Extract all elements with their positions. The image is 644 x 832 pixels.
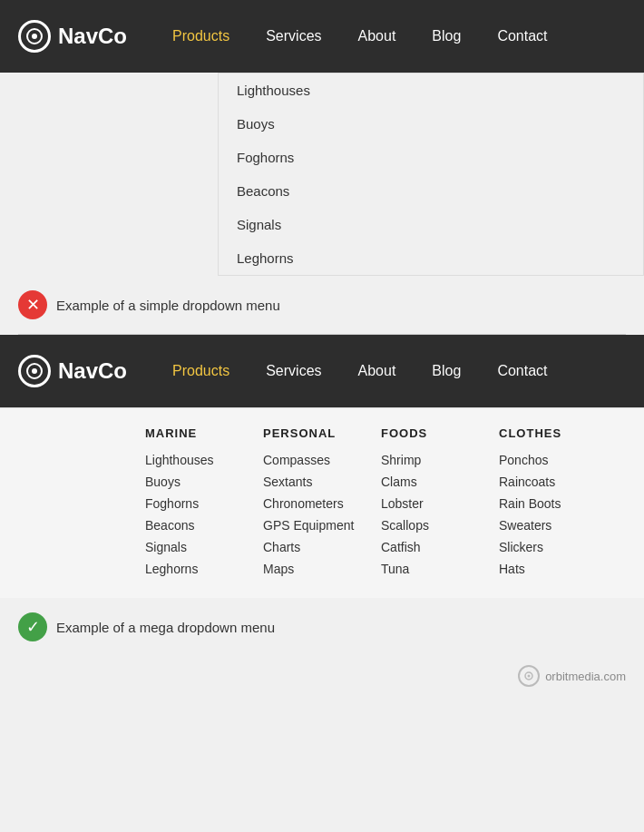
example2-section: NavCo Products Services About Blog Conta…	[0, 335, 644, 656]
nav-item-contact-2[interactable]: Contact	[479, 335, 565, 407]
mega-col-item[interactable]: Foghorns	[145, 493, 254, 514]
mega-col-item[interactable]: GPS Equipment	[263, 514, 372, 536]
mega-col-item[interactable]: Sextants	[263, 471, 372, 493]
nav-item-blog-1[interactable]: Blog	[414, 0, 479, 73]
simple-dropdown: LighthousesBuoysFoghornsBeaconsSignalsLe…	[218, 73, 644, 276]
brand-name-2: NavCo	[58, 358, 127, 384]
svg-point-3	[32, 368, 37, 374]
navbar-2: NavCo Products Services About Blog Conta…	[0, 335, 644, 407]
mega-col-item[interactable]: Signals	[145, 536, 254, 558]
nav-link-blog-2[interactable]: Blog	[414, 335, 479, 407]
dropdown-item[interactable]: Foghorns	[219, 141, 643, 174]
mega-col-item[interactable]: Lobster	[381, 493, 490, 514]
brand-icon-1	[18, 20, 51, 53]
nav-item-blog-2[interactable]: Blog	[414, 335, 479, 407]
mega-col-item[interactable]: Beacons	[145, 514, 254, 536]
mega-col: MARINELighthousesBuoysFoghornsBeaconsSig…	[145, 426, 254, 580]
example2-text: Example of a mega dropdown menu	[56, 620, 275, 635]
dropdown-item[interactable]: Lighthouses	[219, 73, 643, 107]
mega-grid: MARINELighthousesBuoysFoghornsBeaconsSig…	[145, 426, 608, 580]
nav-link-products-1[interactable]: Products	[154, 0, 248, 73]
mega-col-item[interactable]: Buoys	[145, 471, 254, 493]
mega-col-item[interactable]: Leghorns	[145, 558, 254, 580]
mega-col-item[interactable]: Lighthouses	[145, 449, 254, 471]
mega-col: CLOTHESPonchosRaincoatsRain BootsSweater…	[499, 426, 608, 580]
nav-list-2: Products Services About Blog Contact	[154, 335, 565, 407]
mega-col-item[interactable]: Slickers	[499, 536, 608, 558]
svg-point-5	[528, 675, 531, 678]
example2-label: ✓ Example of a mega dropdown menu	[0, 598, 644, 656]
mega-col-header: FOODS	[381, 426, 490, 440]
nav-link-contact-2[interactable]: Contact	[479, 335, 565, 407]
mega-col-item[interactable]: Scallops	[381, 514, 490, 536]
mega-col-item[interactable]: Sweaters	[499, 514, 608, 536]
footer-attribution: orbitmedia.com	[0, 656, 644, 696]
footer-text: orbitmedia.com	[545, 670, 626, 683]
nav-item-products-2[interactable]: Products	[154, 335, 248, 407]
brand-icon-2	[18, 355, 51, 387]
example1-section: NavCo Products Services About Blog Conta…	[0, 0, 644, 334]
mega-col-item[interactable]: Ponchos	[499, 449, 608, 471]
svg-point-1	[32, 34, 37, 39]
nav-link-about-1[interactable]: About	[340, 0, 415, 73]
mega-col-item[interactable]: Chronometers	[263, 493, 372, 514]
dropdown-item[interactable]: Signals	[219, 208, 643, 241]
nav-item-contact-1[interactable]: Contact	[479, 0, 565, 73]
nav-item-about-1[interactable]: About	[340, 0, 415, 73]
nav-link-services-1[interactable]: Services	[248, 0, 339, 73]
navbar-1: NavCo Products Services About Blog Conta…	[0, 0, 644, 73]
nav-link-services-2[interactable]: Services	[248, 335, 339, 407]
mega-col-item[interactable]: Maps	[263, 558, 372, 580]
brand-1[interactable]: NavCo	[18, 20, 127, 53]
nav-item-products-1[interactable]: Products	[154, 0, 248, 73]
nav-item-services-2[interactable]: Services	[248, 335, 339, 407]
mega-col-item[interactable]: Catfish	[381, 536, 490, 558]
mega-col: FOODSShrimpClamsLobsterScallopsCatfishTu…	[381, 426, 490, 580]
good-icon: ✓	[18, 612, 47, 641]
mega-col-header: MARINE	[145, 426, 254, 440]
dropdown-item[interactable]: Leghorns	[219, 241, 643, 275]
mega-col-item[interactable]: Clams	[381, 471, 490, 493]
mega-col-item[interactable]: Rain Boots	[499, 493, 608, 514]
mega-dropdown: MARINELighthousesBuoysFoghornsBeaconsSig…	[0, 407, 644, 598]
mega-col-item[interactable]: Shrimp	[381, 449, 490, 471]
nav-item-about-2[interactable]: About	[340, 335, 415, 407]
bad-icon: ✕	[18, 290, 47, 319]
brand-name-1: NavCo	[58, 24, 127, 49]
brand-2[interactable]: NavCo	[18, 355, 127, 387]
nav-item-services-1[interactable]: Services	[248, 0, 339, 73]
mega-col-header: CLOTHES	[499, 426, 608, 440]
nav-link-blog-1[interactable]: Blog	[414, 0, 479, 73]
nav-link-about-2[interactable]: About	[340, 335, 415, 407]
mega-col: PERSONALCompassesSextantsChronometersGPS…	[263, 426, 372, 580]
mega-col-header: PERSONAL	[263, 426, 372, 440]
dropdown-item[interactable]: Beacons	[219, 174, 643, 208]
dropdown-item[interactable]: Buoys	[219, 107, 643, 141]
footer-icon	[518, 665, 540, 687]
nav-link-contact-1[interactable]: Contact	[479, 0, 565, 73]
example1-text: Example of a simple dropdown menu	[56, 298, 280, 313]
nav-link-products-2[interactable]: Products	[154, 335, 248, 407]
mega-col-item[interactable]: Charts	[263, 536, 372, 558]
example1-label: ✕ Example of a simple dropdown menu	[0, 276, 644, 334]
mega-col-item[interactable]: Compasses	[263, 449, 372, 471]
nav-list-1: Products Services About Blog Contact	[154, 0, 565, 73]
mega-col-item[interactable]: Hats	[499, 558, 608, 580]
mega-col-item[interactable]: Raincoats	[499, 471, 608, 493]
mega-col-item[interactable]: Tuna	[381, 558, 490, 580]
